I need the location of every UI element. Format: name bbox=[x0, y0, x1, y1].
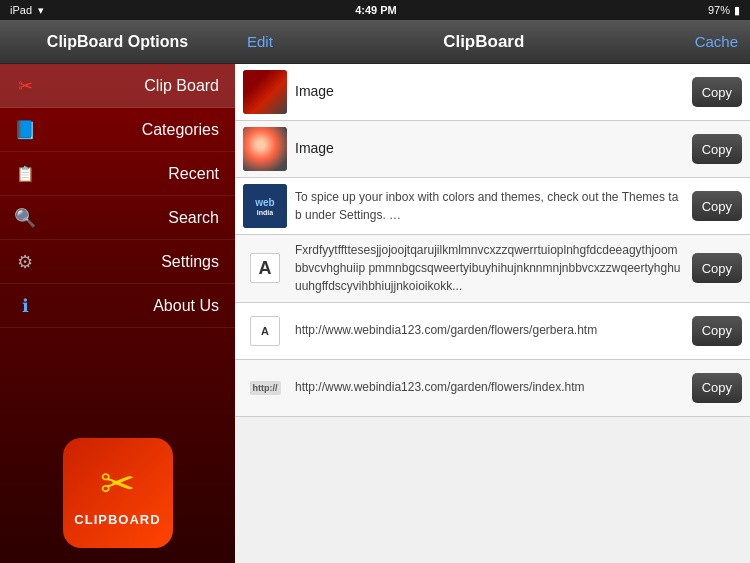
logo-scissors-icon: ✂ bbox=[100, 459, 135, 508]
cache-button[interactable]: Cache bbox=[695, 33, 738, 50]
table-row: Image Copy bbox=[235, 64, 750, 121]
item-content: To spice up your inbox with colors and t… bbox=[295, 188, 684, 224]
settings-icon: ⚙ bbox=[10, 247, 40, 277]
battery-icon: ▮ bbox=[734, 4, 740, 17]
status-bar: iPad ▾ 4:49 PM 97% ▮ bbox=[0, 0, 750, 20]
logo-text: CLIPBOARD bbox=[74, 512, 160, 527]
item-content: Fxrdfyytffttesesjjojoojtqarujilkmlmnvcxz… bbox=[295, 241, 684, 296]
sidebar-item-label: Recent bbox=[168, 165, 219, 183]
search-icon: 🔍 bbox=[10, 203, 40, 233]
sidebar-item-categories[interactable]: 📘 Categories bbox=[0, 108, 235, 152]
sidebar-item-label: Search bbox=[168, 209, 219, 227]
recent-icon: 📋 bbox=[10, 159, 40, 189]
sidebar-item-about[interactable]: ℹ About Us bbox=[0, 284, 235, 328]
copy-button[interactable]: Copy bbox=[692, 316, 742, 346]
table-row: Image Copy bbox=[235, 121, 750, 178]
main-content: Edit ClipBoard Cache Image Copy bbox=[235, 20, 750, 563]
item-content: http://www.webindia123.com/garden/flower… bbox=[295, 321, 684, 339]
copy-button[interactable]: Copy bbox=[692, 77, 742, 107]
item-content: Image bbox=[295, 82, 684, 102]
table-row: http:// http://www.webindia123.com/garde… bbox=[235, 360, 750, 417]
wifi-icon: ▾ bbox=[38, 4, 44, 17]
sidebar-item-clipboard[interactable]: ✂ Clip Board bbox=[0, 64, 235, 108]
item-thumbnail: A bbox=[243, 246, 287, 290]
table-row: A Fxrdfyytffttesesjjojoojtqarujilkmlmnvc… bbox=[235, 235, 750, 303]
sidebar-item-label: Clip Board bbox=[144, 77, 219, 95]
clipboard-list: Image Copy Image Copy web indi bbox=[235, 64, 750, 563]
item-text: Fxrdfyytffttesesjjojoojtqarujilkmlmnvcxz… bbox=[295, 243, 681, 293]
item-text: To spice up your inbox with colors and t… bbox=[295, 190, 678, 222]
logo-box: ✂ CLIPBOARD bbox=[63, 438, 173, 548]
image-thumb-1 bbox=[243, 70, 287, 114]
device-label: iPad bbox=[10, 4, 32, 16]
sidebar-item-search[interactable]: 🔍 Search bbox=[0, 196, 235, 240]
text-thumb: A bbox=[250, 253, 280, 283]
status-right: 97% ▮ bbox=[708, 4, 740, 17]
item-thumbnail: A bbox=[243, 309, 287, 353]
sidebar-item-label: Categories bbox=[142, 121, 219, 139]
copy-button[interactable]: Copy bbox=[692, 253, 742, 283]
web-thumb: web india bbox=[243, 184, 287, 228]
item-content: Image bbox=[295, 139, 684, 159]
sidebar-logo: ✂ CLIPBOARD bbox=[0, 423, 235, 563]
sidebar-item-label: About Us bbox=[153, 297, 219, 315]
table-row: A http://www.webindia123.com/garden/flow… bbox=[235, 303, 750, 360]
main-title: ClipBoard bbox=[443, 32, 524, 52]
item-url: http://www.webindia123.com/garden/flower… bbox=[295, 323, 597, 337]
item-thumbnail bbox=[243, 127, 287, 171]
sidebar-header: ClipBoard Options bbox=[0, 20, 235, 64]
item-thumbnail: web india bbox=[243, 184, 287, 228]
link-thumb: A bbox=[250, 316, 280, 346]
item-title: Image bbox=[295, 140, 334, 156]
scissors-icon: ✂ bbox=[10, 71, 40, 101]
table-row: web india To spice up your inbox with co… bbox=[235, 178, 750, 235]
sidebar-item-label: Settings bbox=[161, 253, 219, 271]
status-time: 4:49 PM bbox=[355, 4, 397, 16]
item-title: Image bbox=[295, 83, 334, 99]
sidebar: ClipBoard Options ✂ Clip Board 📘 Categor… bbox=[0, 20, 235, 563]
status-left: iPad ▾ bbox=[10, 4, 44, 17]
sidebar-item-recent[interactable]: 📋 Recent bbox=[0, 152, 235, 196]
sidebar-item-settings[interactable]: ⚙ Settings bbox=[0, 240, 235, 284]
main-header: Edit ClipBoard Cache bbox=[235, 20, 750, 64]
item-url: http://www.webindia123.com/garden/flower… bbox=[295, 380, 584, 394]
battery-label: 97% bbox=[708, 4, 730, 16]
item-thumbnail bbox=[243, 70, 287, 114]
image-thumb-2 bbox=[243, 127, 287, 171]
book-icon: 📘 bbox=[10, 115, 40, 145]
app-container: ClipBoard Options ✂ Clip Board 📘 Categor… bbox=[0, 20, 750, 563]
info-icon: ℹ bbox=[10, 291, 40, 321]
item-content: http://www.webindia123.com/garden/flower… bbox=[295, 378, 684, 396]
edit-button[interactable]: Edit bbox=[247, 33, 273, 50]
copy-button[interactable]: Copy bbox=[692, 373, 742, 403]
item-thumbnail: http:// bbox=[243, 366, 287, 410]
copy-button[interactable]: Copy bbox=[692, 191, 742, 221]
sidebar-title: ClipBoard Options bbox=[47, 33, 188, 51]
copy-button[interactable]: Copy bbox=[692, 134, 742, 164]
